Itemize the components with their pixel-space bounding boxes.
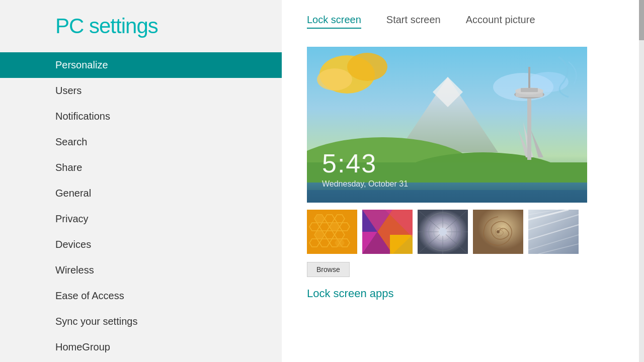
sidebar-item-sync-your-settings[interactable]: Sync your settings (0, 309, 282, 334)
tab-lock-screen[interactable]: Lock screen (307, 14, 361, 29)
sidebar-item-devices[interactable]: Devices (0, 232, 282, 257)
sidebar: PC settings Personalize Users Notificati… (0, 0, 282, 362)
svg-point-60 (439, 228, 447, 236)
sidebar-item-ease-of-access[interactable]: Ease of Access (0, 283, 282, 309)
app-title: PC settings (0, 0, 282, 52)
sidebar-item-users[interactable]: Users (0, 78, 282, 104)
svg-text:Wednesday, October 31: Wednesday, October 31 (322, 179, 408, 188)
thumb-2[interactable] (362, 210, 413, 254)
svg-rect-16 (527, 95, 531, 160)
svg-text:5:43: 5:43 (322, 149, 377, 178)
sidebar-item-search[interactable]: Search (0, 129, 282, 155)
thumb-5[interactable] (528, 210, 579, 254)
nav-list: Personalize Users Notifications Search S… (0, 52, 282, 362)
svg-point-66 (497, 230, 500, 233)
sidebar-item-personalize[interactable]: Personalize (0, 52, 282, 78)
sidebar-item-homegroup[interactable]: HomeGroup (0, 334, 282, 360)
sidebar-item-wireless[interactable]: Wireless (0, 257, 282, 283)
sidebar-item-general[interactable]: General (0, 180, 282, 206)
svg-point-3 (317, 68, 352, 90)
tab-start-screen[interactable]: Start screen (386, 14, 441, 29)
thumb-1[interactable] (307, 210, 357, 254)
svg-rect-48 (390, 235, 413, 254)
thumb-3[interactable] (418, 210, 468, 254)
main-content: Lock screen Start screen Account picture (282, 0, 644, 362)
tab-account-picture[interactable]: Account picture (466, 14, 535, 29)
svg-rect-24 (307, 210, 357, 254)
sidebar-item-share[interactable]: Share (0, 155, 282, 180)
svg-rect-12 (307, 190, 587, 203)
svg-point-2 (347, 53, 387, 81)
lock-screen-preview: 5:43 Wednesday, October 31 (307, 47, 587, 203)
lock-apps-label: Lock screen apps (307, 287, 619, 300)
svg-rect-21 (521, 88, 538, 92)
sidebar-item-privacy[interactable]: Privacy (0, 206, 282, 232)
tab-nav: Lock screen Start screen Account picture (307, 0, 619, 39)
thumb-4[interactable] (473, 210, 523, 254)
sidebar-item-notifications[interactable]: Notifications (0, 104, 282, 129)
browse-button[interactable]: Browse (307, 262, 350, 277)
scrollbar-thumb[interactable] (639, 0, 644, 40)
scrollbar[interactable] (639, 0, 644, 362)
thumbnail-row (307, 210, 619, 254)
